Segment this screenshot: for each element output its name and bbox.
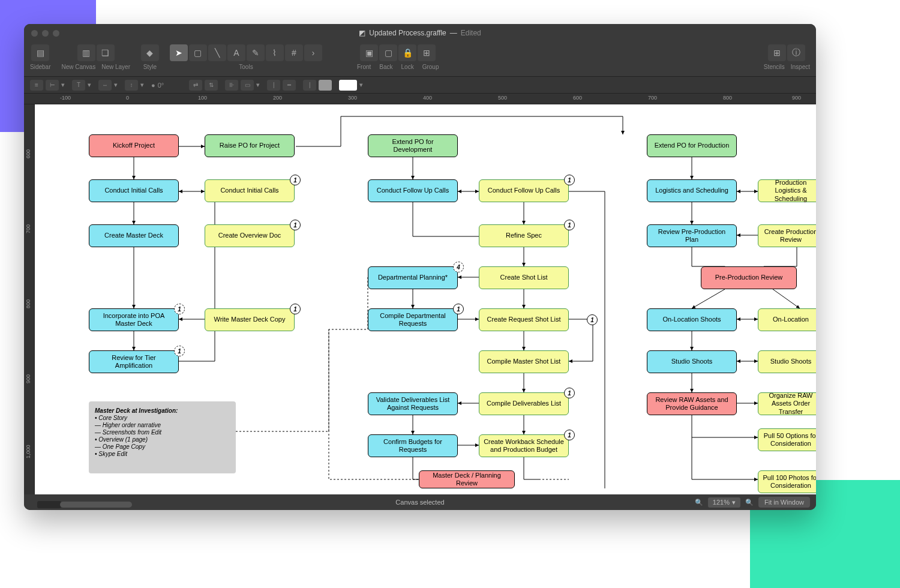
edited-label: Edited	[461, 29, 481, 37]
node-review-tier[interactable]: Review for Tier Amplification	[89, 350, 179, 373]
new-canvas-icon[interactable]: ▥	[77, 44, 95, 61]
opt-stroke2-icon[interactable]: ━	[283, 80, 296, 91]
node-dept-plan[interactable]: Departmental Planning*	[368, 266, 458, 289]
opt-text-icon[interactable]: T	[72, 80, 85, 91]
inspect-label: Inspect	[791, 64, 810, 70]
zoom-in-icon[interactable]: 🔍	[745, 499, 754, 506]
node-prod-log[interactable]: Production Logistics & Scheduling	[758, 179, 816, 202]
new-layer-icon[interactable]: ❏	[97, 44, 115, 61]
line-tool-icon[interactable]: ╲	[208, 44, 226, 61]
point-tool-icon[interactable]: #	[285, 44, 303, 61]
inspect-icon[interactable]: ⓘ	[787, 44, 805, 61]
node-organize-raw[interactable]: Organize RAW Assets Order Transfer	[758, 392, 816, 415]
zoom-out-icon[interactable]: 🔍	[695, 499, 703, 506]
style-icon[interactable]: ◆	[141, 44, 159, 61]
titlebar[interactable]: ◩ Updated Process.graffle — Edited	[24, 24, 816, 42]
node-planning-review[interactable]: Master Deck / Planning Review	[419, 470, 515, 488]
group-label: Group	[422, 64, 439, 70]
badge-1k: 1	[564, 430, 575, 440]
opt-stroke3-icon[interactable]: |	[303, 80, 316, 91]
node-confirm-budget[interactable]: Confirm Budgets for Requests	[368, 434, 458, 457]
node-onloc-c[interactable]: On-Location Shoots	[647, 308, 737, 331]
pen-tool-icon[interactable]: ✎	[247, 44, 265, 61]
node-conduct-calls-y[interactable]: Conduct Initial Calls	[205, 179, 295, 202]
zoom-level[interactable]: 121%▾	[708, 497, 740, 508]
badge-1c: 1	[174, 304, 185, 314]
node-create-prod-rev[interactable]: Create Production Review	[758, 224, 816, 247]
node-onloc-y[interactable]: On-Location	[758, 308, 816, 331]
group-icon[interactable]: ⊞	[418, 44, 436, 61]
opt-width-icon[interactable]: ↔	[98, 80, 112, 91]
node-studio-y[interactable]: Studio Shoots	[758, 350, 816, 373]
badge-1g: 1	[564, 220, 575, 230]
lock-icon[interactable]: 🔒	[398, 44, 416, 61]
new-layer-label: New Layer	[101, 64, 130, 70]
zoom-icon[interactable]	[53, 30, 59, 37]
node-shot-list[interactable]: Create Shot List	[479, 266, 569, 289]
node-req-shot[interactable]: Create Request Shot List	[479, 308, 569, 331]
front-icon[interactable]: ▣	[360, 44, 378, 61]
fit-window-button[interactable]: Fit in Window	[758, 497, 810, 508]
node-refine-spec[interactable]: Refine Spec	[479, 224, 569, 247]
opt-snap-icon[interactable]: ⊢	[46, 80, 59, 91]
node-extend-dev[interactable]: Extend PO for Development	[368, 134, 458, 157]
node-write-copy[interactable]: Write Master Deck Copy	[205, 308, 295, 331]
node-workback[interactable]: Create Workback Schedule and Production …	[479, 434, 569, 457]
opt-fill-icon[interactable]: ▭	[241, 80, 254, 91]
minimize-icon[interactable]	[42, 30, 49, 37]
node-overview-doc[interactable]: Create Overview Doc	[205, 224, 295, 247]
node-follow-up-c[interactable]: Conduct Follow Up Calls	[368, 179, 458, 202]
badge-1d: 1	[290, 304, 301, 314]
rotation-value: 0°	[158, 82, 164, 89]
badge-1h: 1	[453, 304, 464, 314]
node-compile-dept[interactable]: Compile Departmental Requests	[368, 308, 458, 331]
node-pull100[interactable]: Pull 100 Photos for Consideration	[758, 470, 816, 493]
node-incorporate[interactable]: Incorporate into POA Master Deck	[89, 308, 179, 331]
opt-height-icon[interactable]: ↕	[125, 80, 138, 91]
app-window: ◩ Updated Process.graffle — Edited ▤ Sid…	[24, 24, 816, 510]
diagram-tool-icon[interactable]: ⌇	[266, 44, 284, 61]
status-message: Canvas selected	[395, 499, 444, 506]
options-bar: ≡⊢▾ T▾ ↔▾ ↕▾ ● 0° ⇄⇅ ⊪▭▾ |━ | ▾	[24, 77, 816, 94]
back-icon[interactable]: ▢	[379, 44, 397, 61]
close-icon[interactable]	[31, 30, 38, 37]
node-studio-c[interactable]: Studio Shoots	[647, 350, 737, 373]
stencils-icon[interactable]: ⊞	[768, 44, 786, 61]
opt-flip-h-icon[interactable]: ⇄	[189, 80, 202, 91]
text-tool-icon[interactable]: A	[227, 44, 245, 61]
opt-flip-v-icon[interactable]: ⇅	[205, 80, 218, 91]
node-extend-prod[interactable]: Extend PO for Production	[647, 134, 737, 157]
scroll-thumb[interactable]	[60, 502, 132, 508]
node-compile-deliv[interactable]: Compile Deliverables List	[479, 392, 569, 415]
note-master-deck[interactable]: Master Deck at Investigation: • Core Sto…	[89, 401, 236, 473]
badge-1b: 1	[290, 220, 301, 230]
select-tool-icon[interactable]: ➤	[170, 44, 188, 61]
node-follow-up-y[interactable]: Conduct Follow Up Calls	[479, 179, 569, 202]
scroll-track[interactable]	[37, 501, 61, 508]
node-review-raw[interactable]: Review RAW Assets and Provide Guidance	[647, 392, 737, 415]
node-preprod-review[interactable]: Pre-Production Review	[701, 266, 797, 289]
opt-dist-icon[interactable]: ⊪	[225, 80, 238, 91]
opt-stroke1-icon[interactable]: |	[267, 80, 280, 91]
expand-tool-icon[interactable]: ›	[304, 44, 322, 61]
opt-color-icon[interactable]	[319, 80, 332, 91]
node-logistics[interactable]: Logistics and Scheduling	[647, 179, 737, 202]
shape-tool-icon[interactable]: ▢	[189, 44, 207, 61]
node-review-preprod[interactable]: Review Pre-Production Plan	[647, 224, 737, 247]
node-pull50[interactable]: Pull 50 Options for Consideration	[758, 428, 816, 451]
badge-1j: 1	[564, 388, 575, 398]
node-raise-po[interactable]: Raise PO for Project	[205, 134, 295, 157]
badge-1i: 1	[587, 314, 598, 325]
sidebar-toggle-icon[interactable]: ▤	[31, 44, 49, 61]
node-conduct-calls-c[interactable]: Conduct Initial Calls	[89, 179, 179, 202]
opt-fillcolor-icon[interactable]	[339, 80, 357, 91]
node-create-master[interactable]: Create Master Deck	[89, 224, 179, 247]
canvas[interactable]: Kickoff Project Raise PO for Project Con…	[35, 104, 816, 494]
node-kickoff[interactable]: Kickoff Project	[89, 134, 179, 157]
node-validate[interactable]: Validate Deliverables List Against Reque…	[368, 392, 458, 415]
opt-align-icon[interactable]: ≡	[30, 80, 43, 91]
badge-1e: 1	[174, 346, 185, 356]
node-master-shot[interactable]: Compile Master Shot List	[479, 350, 569, 373]
badge-1: 1	[290, 175, 301, 185]
front-label: Front	[357, 64, 371, 70]
